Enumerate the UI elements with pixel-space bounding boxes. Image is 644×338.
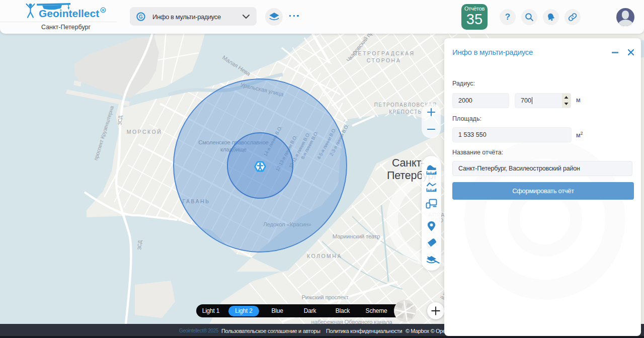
svg-text:ПЕТРОГРАДСКАЯ: ПЕТРОГРАДСКАЯ: [353, 50, 415, 56]
svg-text:Мариинский театр: Мариинский театр: [333, 233, 380, 239]
svg-text:СТОРОНА: СТОРОНА: [367, 57, 401, 63]
svg-text:МОРСКОЙ: МОРСКОЙ: [127, 129, 163, 135]
svg-text:R: R: [102, 9, 105, 12]
svg-text:Санкт-: Санкт-: [392, 157, 425, 169]
svg-text:КОЛОМНА: КОЛОМНА: [307, 253, 342, 259]
svg-text:ЗСД: ЗСД: [136, 240, 142, 250]
svg-text:ЗСД: ЗСД: [117, 115, 123, 125]
svg-text:Рижский проспект: Рижский проспект: [301, 294, 349, 300]
svg-text:G: G: [139, 14, 143, 19]
svg-text:КРЕПОСТЬ: КРЕПОСТЬ: [389, 109, 422, 115]
